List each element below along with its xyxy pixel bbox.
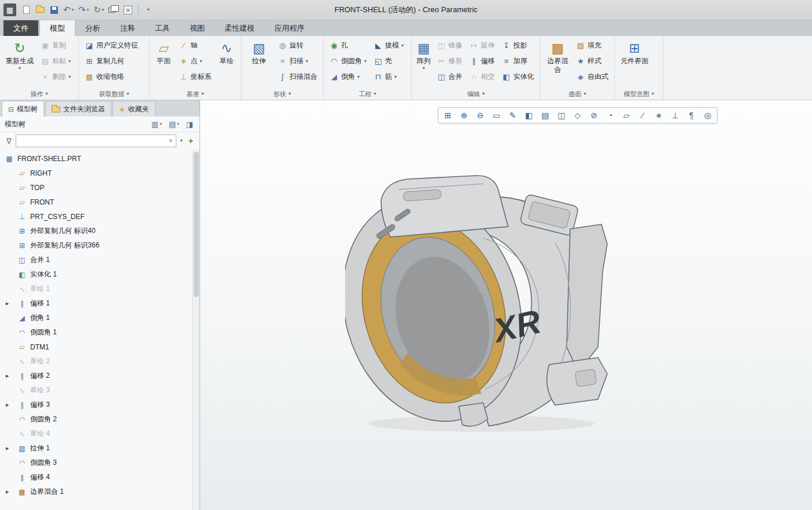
pattern-button[interactable]: ▦ 阵列 ▾ (415, 38, 433, 72)
tab-tools[interactable]: 工具 (145, 20, 180, 36)
model-3d-view[interactable]: XR (345, 173, 618, 434)
filter-button[interactable]: ∇ (5, 136, 13, 147)
expand-arrow-icon[interactable]: ▶ (6, 490, 9, 494)
tree-item[interactable]: ◢倒角 1 (0, 311, 200, 325)
add-filter-button[interactable]: + (187, 135, 195, 147)
paste-button[interactable]: ▤粘贴▾ (38, 53, 74, 69)
delete-button[interactable]: ×删除▾ (38, 69, 74, 85)
panel-options-button[interactable]: ◨ (184, 119, 195, 130)
saved-orientations-button[interactable]: ▤ (537, 108, 553, 122)
tree-item[interactable]: ▶▩边界混合 1 (0, 485, 200, 499)
new-file-button[interactable] (20, 3, 32, 17)
app-logo-icon[interactable]: ▦ (3, 3, 16, 16)
tree-item[interactable]: ◠倒圆角 2 (0, 412, 200, 427)
tab-folder-browser[interactable]: 文件夹浏览器 (45, 101, 111, 116)
tab-model[interactable]: 模型 (39, 20, 75, 36)
tree-tools-button[interactable]: ▥▾ (150, 119, 164, 130)
trim-button[interactable]: ✂修剪 (434, 53, 465, 69)
repaint-button[interactable]: ✎ (505, 108, 521, 122)
group-label-editing[interactable]: 编辑▾ (412, 88, 540, 100)
tree-item[interactable]: ⊞外部复制几何 标识366 (0, 238, 200, 253)
datum-point-button[interactable]: ∗点▾ (176, 53, 215, 69)
appearances-button[interactable]: ◔ (602, 108, 618, 122)
tab-annotate[interactable]: 注释 (110, 20, 145, 36)
csys-display-button[interactable]: ⊥ (667, 108, 683, 122)
zoom-in-button[interactable]: ⊕ (456, 108, 472, 122)
save-button[interactable] (48, 3, 60, 17)
merge-button[interactable]: ◫合并 (434, 69, 465, 85)
group-label-operations[interactable]: 操作▾ (0, 88, 78, 100)
fill-button[interactable]: ▨填充 (573, 38, 611, 53)
revolve-button[interactable]: ◎旋转 (275, 38, 320, 53)
expand-arrow-icon[interactable]: ▶ (6, 301, 9, 306)
tree-item[interactable]: ◫合并 1 (0, 253, 200, 267)
zoom-out-button[interactable]: ⊖ (472, 108, 488, 122)
tab-view[interactable]: 视图 (180, 20, 215, 36)
tree-item[interactable]: ▶▧拉伸 1 (0, 441, 200, 456)
tab-flex-modeling[interactable]: 柔性建模 (215, 20, 264, 36)
regenerate-caret-icon[interactable]: ▾ (102, 7, 104, 13)
close-window-button[interactable]: × (122, 3, 135, 17)
expand-arrow-icon[interactable]: ▶ (6, 446, 9, 451)
tree-item[interactable]: ∿草绘 3 (0, 383, 200, 398)
group-label-engineering[interactable]: 工程▾ (324, 88, 411, 100)
swept-blend-button[interactable]: ∫扫描混合 (275, 69, 320, 85)
intersect-button[interactable]: ∩相交 (466, 69, 498, 85)
project-button[interactable]: ↧投影 (499, 38, 537, 53)
tree-display-button[interactable]: ▤▾ (167, 119, 181, 130)
group-label-datum[interactable]: 基准▾ (150, 88, 241, 100)
tree-search-input[interactable] (19, 137, 166, 145)
tree-item[interactable]: ▶∥偏移 1 (0, 296, 200, 311)
tree-item[interactable]: ∿草绘 4 (0, 427, 200, 441)
shell-button[interactable]: ◱壳 (371, 53, 407, 69)
perspective-button[interactable]: ◇ (570, 108, 586, 122)
tree-item[interactable]: ◧实体化 1 (0, 267, 200, 282)
tab-applications[interactable]: 应用程序 (264, 20, 314, 36)
clear-search-icon[interactable]: × (169, 137, 173, 145)
extrude-button[interactable]: ▧ 拉伸 (244, 38, 274, 66)
display-style-button[interactable]: ◧ (521, 108, 537, 122)
tree-item[interactable]: ▶∥偏移 3 (0, 398, 200, 412)
hole-button[interactable]: ◉孔 (327, 38, 369, 53)
boundary-blend-button[interactable]: ▩ 边界混合 (543, 38, 572, 75)
tree-item[interactable]: ◠倒圆角 3 (0, 456, 200, 470)
zoom-box-button[interactable]: ⊞ (440, 108, 456, 122)
group-label-get-data[interactable]: 获取数据▾ (79, 88, 149, 100)
shrinkwrap-button[interactable]: ▩收缩包络 (82, 69, 141, 85)
search-options-button[interactable]: ▾ (179, 137, 184, 145)
tab-analysis[interactable]: 分析 (75, 20, 110, 36)
scrollbar-thumb[interactable] (194, 152, 199, 297)
expand-arrow-icon[interactable]: ▶ (6, 403, 9, 407)
axis-display-button[interactable]: ∕ (635, 108, 651, 122)
tree-item[interactable]: ▱DTM1 (0, 340, 200, 354)
regenerate-quick-button[interactable]: ↻▾ (92, 3, 106, 17)
undo-caret-icon[interactable]: ▾ (72, 7, 74, 13)
refit-button[interactable]: ▭ (488, 108, 505, 122)
tree-item[interactable]: ◠倒圆角 1 (0, 325, 200, 340)
thicken-button[interactable]: ≡加厚 (499, 53, 537, 69)
spin-center-button[interactable]: ◎ (699, 108, 716, 122)
datum-plane-button[interactable]: ▱ 平面 (153, 38, 175, 66)
graphics-area[interactable]: ⊞ ⊕ ⊖ ▭ ✎ ◧ ▤ ◫ ◇ ⊘ ◔ ▱ ∕ ∗ ⊥ ¶ ◎ (200, 100, 812, 510)
copy-geometry-button[interactable]: ⊞复制几何 (82, 53, 141, 69)
annotation-display-button[interactable]: ¶ (683, 108, 699, 122)
open-file-button[interactable] (34, 3, 46, 17)
datum-display-filters-button[interactable]: ▱ (618, 108, 635, 122)
regenerate-button[interactable]: ↻ 重新生成 ▾ (3, 38, 37, 72)
redo-button[interactable]: ↷▾ (77, 3, 90, 17)
tree-item[interactable]: ▱FRONT (0, 195, 200, 209)
tree-item[interactable]: ⊥PRT_CSYS_DEF (0, 209, 200, 224)
tree-item[interactable]: ⊞外部复制几何 标识40 (0, 224, 200, 238)
rib-button[interactable]: ⊓筋▾ (371, 69, 407, 85)
tree-item[interactable]: ∿草绘 2 (0, 354, 200, 369)
freestyle-button[interactable]: ◈自由式 (573, 69, 611, 85)
mirror-button[interactable]: ◫镜像 (434, 38, 465, 53)
undo-button[interactable]: ↶▾ (61, 3, 75, 17)
point-display-button[interactable]: ∗ (651, 108, 667, 122)
tab-model-tree[interactable]: ⊟ 模型树 (2, 101, 44, 116)
datum-csys-button[interactable]: ⊥坐标系 (176, 69, 215, 85)
udf-button[interactable]: ◪用户定义特征 (82, 38, 141, 53)
tree-item[interactable]: ▱RIGHT (0, 166, 200, 180)
round-button[interactable]: ◠倒圆角▾ (327, 53, 369, 69)
sweep-button[interactable]: ≈扫描▾ (275, 53, 320, 69)
